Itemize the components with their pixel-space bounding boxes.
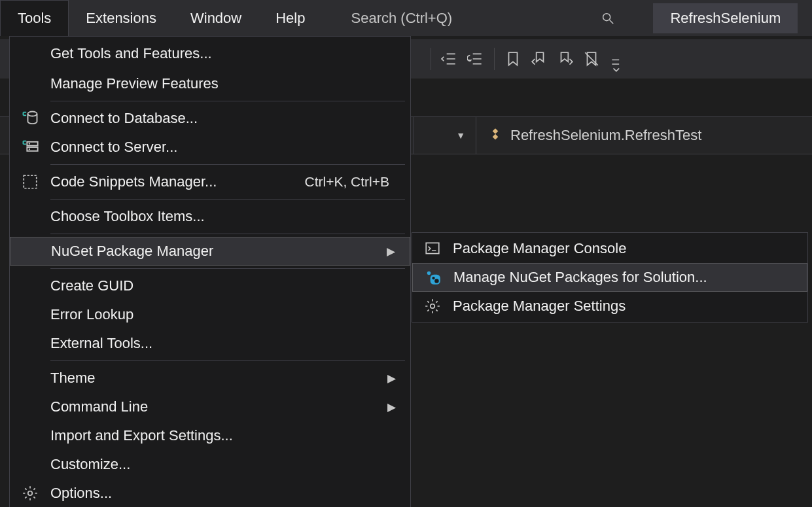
svg-rect-8: [24, 175, 37, 188]
svg-point-14: [434, 279, 439, 283]
search-input[interactable]: Search (Ctrl+Q): [342, 4, 624, 33]
server-icon: [10, 138, 50, 156]
menu-nuget-package-manager[interactable]: NuGet Package Manager ▶: [10, 237, 410, 266]
svg-point-9: [28, 491, 33, 496]
class-icon: [487, 127, 504, 144]
menu-command-line[interactable]: Command Line ▶: [10, 393, 410, 421]
svg-line-1: [610, 20, 614, 24]
outdent-icon[interactable]: [436, 47, 463, 71]
nuget-submenu: Package Manager Console Manage NuGet Pac…: [412, 232, 808, 323]
gear-icon: [10, 485, 50, 502]
bookmark-clear-icon[interactable]: [578, 47, 605, 71]
project-selector-label: RefreshSelenium: [670, 10, 781, 27]
menu-window[interactable]: Window: [173, 0, 258, 36]
menu-separator: [50, 199, 405, 200]
svg-point-15: [431, 304, 435, 309]
svg-point-13: [432, 277, 434, 279]
menu-customize[interactable]: Customize...: [10, 450, 410, 479]
breadcrumb-class[interactable]: RefreshSelenium.RefreshTest: [476, 117, 812, 154]
menu-help[interactable]: Help: [258, 0, 322, 36]
menu-import-export-settings[interactable]: Import and Export Settings...: [10, 421, 410, 450]
gear-icon: [412, 298, 453, 315]
project-selector-button[interactable]: RefreshSelenium: [653, 3, 798, 33]
svg-point-7: [29, 149, 30, 150]
nuget-icon: [413, 269, 453, 286]
tools-dropdown: Get Tools and Features... Manage Preview…: [9, 36, 411, 507]
menu-create-guid[interactable]: Create GUID: [10, 271, 410, 300]
menu-connect-server[interactable]: Connect to Server...: [10, 133, 410, 162]
search-icon: [601, 11, 615, 26]
search-placeholder: Search (Ctrl+Q): [351, 10, 452, 27]
menu-manage-preview-features[interactable]: Manage Preview Features: [10, 69, 410, 98]
menu-options[interactable]: Options...: [10, 479, 410, 507]
svg-rect-10: [426, 243, 439, 253]
breadcrumb-class-label: RefreshSelenium.RefreshTest: [510, 127, 701, 144]
menu-separator: [50, 360, 405, 361]
svg-point-6: [29, 143, 30, 145]
submenu-arrow-icon: ▶: [387, 372, 398, 385]
menu-get-tools-features[interactable]: Get Tools and Features...: [10, 38, 410, 69]
indent-icon[interactable]: [463, 47, 489, 71]
menu-shortcut: Ctrl+K, Ctrl+B: [304, 174, 398, 190]
menu-error-lookup[interactable]: Error Lookup: [10, 300, 410, 329]
menubar: Tools Extensions Window Help Search (Ctr…: [0, 0, 812, 36]
menu-connect-database[interactable]: Connect to Database...: [10, 104, 410, 133]
menu-separator: [50, 164, 405, 165]
database-icon: [10, 109, 50, 128]
bookmark-icon[interactable]: [500, 47, 526, 71]
menu-choose-toolbox-items[interactable]: Choose Toolbox Items...: [10, 202, 410, 231]
bookmark-next-icon[interactable]: [552, 47, 578, 71]
svg-point-0: [603, 13, 610, 20]
svg-point-11: [427, 271, 431, 275]
submenu-arrow-icon: ▶: [387, 245, 398, 258]
submenu-manage-nuget-packages[interactable]: Manage NuGet Packages for Solution...: [412, 263, 807, 292]
menu-separator: [50, 101, 405, 101]
menu-theme[interactable]: Theme ▶: [10, 364, 410, 393]
toolbar-separator: [494, 48, 495, 70]
menu-tools[interactable]: Tools: [0, 0, 69, 36]
menu-separator: [50, 234, 405, 234]
submenu-arrow-icon: ▶: [387, 400, 398, 414]
svg-point-3: [28, 112, 37, 116]
menu-extensions[interactable]: Extensions: [69, 0, 173, 36]
console-icon: [412, 240, 453, 257]
submenu-package-manager-console[interactable]: Package Manager Console: [412, 234, 807, 263]
snippets-icon: [10, 173, 50, 190]
menu-external-tools[interactable]: External Tools...: [10, 329, 410, 358]
chevron-down-icon[interactable]: ▼: [456, 130, 465, 141]
menu-code-snippets-manager[interactable]: Code Snippets Manager... Ctrl+K, Ctrl+B: [10, 167, 410, 196]
submenu-package-manager-settings[interactable]: Package Manager Settings: [412, 292, 807, 321]
toolbar-overflow-icon[interactable]: [605, 52, 631, 76]
bookmark-prev-icon[interactable]: [526, 47, 552, 71]
menu-separator: [50, 268, 405, 269]
toolbar-separator: [431, 48, 431, 70]
